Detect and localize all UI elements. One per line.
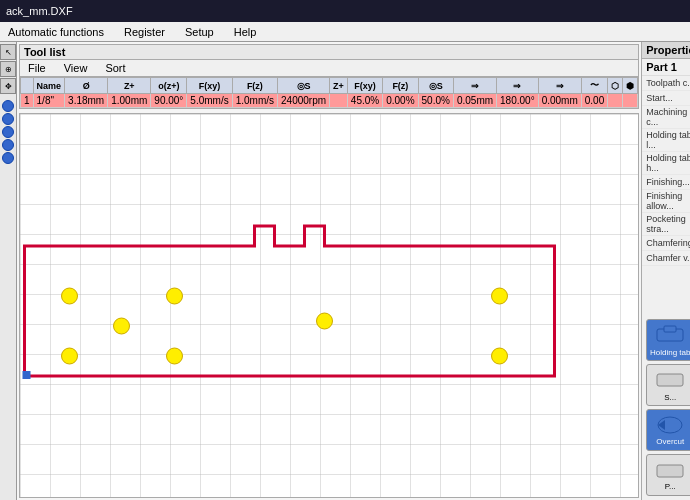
canvas-area[interactable] [19,113,639,498]
left-toolbar: ↖ ⊕ ✥ [0,42,17,500]
col-num [21,78,34,94]
part-shape [19,216,564,396]
svg-point-4 [316,313,332,329]
col-fz: F(z) [232,78,277,94]
prop-finishing-allow-label: Finishing allow... [646,191,690,211]
svg-point-1 [166,288,182,304]
prop-machining-label: Machining c... [646,107,690,127]
col-e2: ⇒ [497,78,539,94]
cell-fxy: 5.0mm/s [187,94,232,108]
menu-bar: Automatic functions Register Setup Help [0,22,690,42]
main-layout: ↖ ⊕ ✥ Tool list File View Sort [0,42,690,500]
prop-machining: Machining c... [642,106,690,129]
prop-chamfer-v: Chamfer v... [642,251,690,266]
col-s2: ◎S [418,78,453,94]
svg-point-6 [166,348,182,364]
prop-holding-l-label: Holding tab l... [646,130,690,150]
cell-e2: 180.00° [497,94,539,108]
prop-holding-h: Holding tab h... [642,152,690,175]
cell-e4: 0.00 [581,94,607,108]
title-text: ack_mm.DXF [6,5,73,17]
svg-rect-11 [657,374,683,386]
overcut-button[interactable]: Overcut [646,409,690,451]
svg-rect-14 [657,465,683,477]
indicator-1 [2,100,14,112]
prop-finishing: Finishing... [642,175,690,190]
holding-tab-icon [655,324,685,348]
cell-fz: 1.0mm/s [232,94,277,108]
indicator-4 [2,139,14,151]
col-e4: 〜 [581,78,607,94]
cell-num: 1 [21,94,34,108]
svg-point-3 [491,288,507,304]
prop-chamfering: Chamfering... [642,236,690,251]
col-oz: o(z+) [151,78,187,94]
prop-pocketing-label: Pocketing stra... [646,214,690,234]
holding-tab-label: Holding tab [650,348,690,357]
p-button[interactable]: P... [646,454,690,496]
tool-zoom[interactable]: ⊕ [0,61,16,77]
prop-pocketing: Pocketing stra... [642,213,690,236]
s-icon [655,369,685,393]
svg-point-7 [491,348,507,364]
tool-menu-view[interactable]: View [60,61,92,75]
overcut-icon [655,415,685,437]
prop-chamfer-v-label: Chamfer v... [646,253,690,263]
col-e1: ⇒ [453,78,496,94]
cell-dia: 3.18mm [65,94,108,108]
menu-help[interactable]: Help [230,25,261,39]
cell-name: 1/8" [33,94,65,108]
col-fxy2: F(xy) [347,78,382,94]
indicator-2 [2,113,14,125]
s-button[interactable]: S... [646,364,690,406]
menu-register[interactable]: Register [120,25,169,39]
prop-toolpath: Toolpath c... [642,76,690,91]
cell-s: 24000rpm [278,94,330,108]
tool-list-menubar: File View Sort [20,60,638,77]
col-dia: Ø [65,78,108,94]
svg-rect-10 [664,326,676,332]
tool-menu-sort[interactable]: Sort [101,61,129,75]
col-e5: ⬡ [608,78,623,94]
svg-point-0 [61,288,77,304]
cell-e1: 0.05mm [453,94,496,108]
cell-z2 [330,94,348,108]
col-fz2: F(z) [383,78,418,94]
properties-part: Part 1 [642,59,690,76]
tool-list-title: Tool list [20,45,638,60]
tool-list-panel: Tool list File View Sort Name Ø Z+ o(z+) [19,44,639,109]
col-e3: ⇒ [538,78,581,94]
svg-rect-8 [22,371,30,379]
cell-fxy2: 45.0% [347,94,382,108]
cell-e6 [623,94,638,108]
prop-finishing-label: Finishing... [646,177,690,187]
col-name: Name [33,78,65,94]
holding-tab-button[interactable]: Holding tab [646,319,690,361]
menu-automatic[interactable]: Automatic functions [4,25,108,39]
cell-e3: 0.00mm [538,94,581,108]
panel-buttons: Holding tab S... Overcu [642,315,690,500]
title-bar: ack_mm.DXF [0,0,690,22]
svg-point-2 [113,318,129,334]
col-z2: Z+ [330,78,348,94]
cell-e5 [608,94,623,108]
properties-header: Properties [642,42,690,59]
p-icon [655,460,685,482]
tool-menu-file[interactable]: File [24,61,50,75]
cell-z: 1.00mm [108,94,151,108]
right-panel: Properties Part 1 Toolpath c... Start...… [641,42,690,500]
tool-pan[interactable]: ✥ [0,78,16,94]
prop-start: Start... [642,91,690,106]
cell-fz2: 0.00% [383,94,418,108]
col-z: Z+ [108,78,151,94]
cell-oz: 90.00° [151,94,187,108]
col-s: ◎S [278,78,330,94]
table-row[interactable]: 1 1/8" 3.18mm 1.00mm 90.00° 5.0mm/s 1.0m… [21,94,638,108]
indicator-3 [2,126,14,138]
tool-select[interactable]: ↖ [0,44,16,60]
center-area: Tool list File View Sort Name Ø Z+ o(z+) [17,42,641,500]
prop-holding-h-label: Holding tab h... [646,153,690,173]
prop-chamfering-label: Chamfering... [646,238,690,248]
menu-setup[interactable]: Setup [181,25,218,39]
prop-start-label: Start... [646,93,690,103]
